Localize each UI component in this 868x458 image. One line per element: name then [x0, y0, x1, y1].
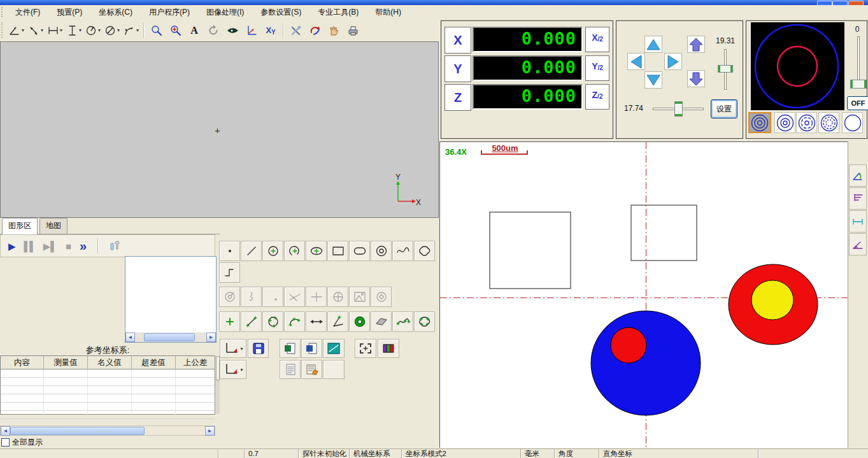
dropdown-caret[interactable]: ▾ [79, 27, 82, 33]
text-tool-button[interactable]: A [185, 22, 204, 39]
angle-tool-button[interactable] [327, 311, 348, 332]
column-header-content[interactable]: 内容 [1, 356, 44, 369]
tab-map[interactable]: 地图 [39, 218, 68, 234]
light-mode-concentric[interactable] [774, 112, 795, 133]
coord-level-button[interactable]: L ▾ [220, 360, 246, 379]
table-row[interactable] [1, 403, 215, 411]
refresh-button[interactable] [204, 22, 223, 39]
export-excel-button[interactable]: X [280, 339, 301, 358]
vertical-extent-button[interactable]: ▾ [64, 22, 83, 39]
coord-origin-button[interactable]: O ▾ [220, 339, 246, 358]
move-arrows-button[interactable]: ▾ [26, 22, 45, 39]
menu-coordinate[interactable]: 坐标系(C) [90, 6, 141, 19]
light-mode-segments[interactable] [796, 112, 817, 133]
jog-down-button[interactable] [644, 71, 662, 89]
report-button[interactable] [301, 360, 322, 379]
parallel-lines-button[interactable] [849, 187, 867, 210]
arc-measure-button[interactable]: ▾ [122, 22, 141, 39]
slot-tool-button[interactable] [349, 241, 370, 261]
dropdown-caret[interactable]: ▾ [98, 27, 101, 33]
menu-parameter-settings[interactable]: 参数设置(S) [252, 6, 309, 19]
dropdown-caret[interactable]: ▾ [136, 27, 139, 33]
xy-readout-button[interactable]: XY [261, 22, 280, 39]
curve8-tool-button[interactable] [241, 287, 262, 307]
program-list-box[interactable]: ◄ ► [125, 256, 217, 343]
z-down-button[interactable] [687, 70, 705, 87]
angle-jump-button[interactable] [849, 164, 867, 187]
arc-tool-button[interactable] [284, 241, 305, 261]
contour-tool-button[interactable] [414, 241, 435, 261]
dro-y-half-button[interactable]: Y/2 [585, 55, 609, 81]
coarse-slider-handle[interactable] [674, 101, 683, 117]
scroll-thumb[interactable] [144, 333, 195, 341]
column-header-measured[interactable]: 测量值 [44, 356, 88, 369]
menu-help[interactable]: 帮助(H) [367, 6, 409, 19]
donut-tool-button[interactable] [349, 311, 370, 332]
construct-line-button[interactable] [241, 311, 262, 332]
tab-graphics-area[interactable]: 图形区 [2, 218, 38, 234]
table-row[interactable] [1, 369, 215, 378]
circle-diameter-button[interactable]: ▾ [103, 22, 122, 39]
table-row[interactable] [1, 394, 215, 403]
export-cad-button[interactable]: A [323, 339, 345, 358]
magnifier-button[interactable] [146, 22, 166, 39]
notepad-button[interactable] [280, 360, 301, 379]
eye-button[interactable] [223, 22, 242, 39]
scroll-thumb[interactable] [10, 427, 145, 435]
menu-image-processing[interactable]: 图像处理(I) [198, 6, 252, 19]
jog-left-button[interactable] [627, 53, 645, 70]
fine-slider-handle[interactable] [718, 65, 733, 73]
width-measure-button[interactable] [849, 210, 867, 233]
ring-tool-button[interactable] [371, 241, 392, 261]
menu-user-program[interactable]: 用户程序(P) [141, 6, 198, 19]
light-slider-handle[interactable] [850, 80, 867, 89]
scroll-left-arrow[interactable]: ◄ [1, 426, 10, 436]
print-button[interactable] [343, 22, 362, 39]
m-point-tool-button[interactable]: M [262, 287, 283, 307]
run-settings-icon[interactable] [109, 241, 120, 251]
crosshair-tool-button[interactable] [306, 287, 327, 307]
dropdown-caret[interactable]: ▾ [240, 346, 243, 352]
horizontal-extent-button[interactable]: ▾ [45, 22, 64, 39]
fast-forward-button[interactable]: » [80, 241, 87, 251]
step-button[interactable]: ▶▌ [43, 241, 57, 251]
circle-cross-tool-button[interactable] [327, 287, 348, 307]
angle-measure2-button[interactable] [849, 233, 867, 255]
play-button[interactable]: ▶ [8, 241, 16, 251]
line-tool-button[interactable] [241, 241, 262, 261]
menu-pro-tools[interactable]: 专业工具(B) [309, 6, 367, 19]
probe-button[interactable] [305, 22, 324, 39]
curve-tool-button[interactable] [392, 241, 413, 261]
column-header-nominal[interactable]: 名义值 [88, 356, 132, 369]
light-off-button[interactable]: OFF [847, 96, 868, 110]
light-mode-plain[interactable] [842, 112, 863, 133]
dro-z-half-button[interactable]: Z/2 [585, 84, 609, 110]
tools-button[interactable] [286, 22, 305, 39]
column-header-deviation[interactable]: 超差值 [132, 356, 176, 369]
column-header-upper-tol[interactable]: 上公差 [176, 356, 215, 369]
light-mode-concentric-selected[interactable] [748, 112, 771, 133]
dro-y-label-button[interactable]: Y [445, 55, 471, 82]
angle-measure-button[interactable]: ▾ [7, 22, 26, 39]
z-up-button[interactable] [687, 36, 705, 53]
dro-x-label-button[interactable]: X [445, 27, 471, 54]
table-row[interactable] [1, 378, 215, 386]
circle-tool-button[interactable] [262, 241, 283, 261]
dropdown-caret[interactable]: ▾ [41, 27, 43, 33]
image-tool-button[interactable] [349, 287, 370, 307]
dro-x-half-button[interactable]: X/2 [585, 27, 609, 52]
hand-pan-button[interactable] [324, 22, 343, 39]
settings-button[interactable]: 设置 [711, 99, 737, 118]
live-view-area[interactable]: 36.4X 500um [439, 141, 848, 448]
construct-circle-button[interactable] [262, 311, 283, 332]
stop-button[interactable]: ■ [66, 241, 71, 251]
scroll-right-arrow[interactable]: ► [206, 333, 216, 342]
jog-up-button[interactable] [644, 36, 662, 53]
goto-axis-button[interactable] [242, 22, 261, 39]
dropdown-caret[interactable]: ▾ [60, 27, 62, 33]
dropdown-caret[interactable]: ▾ [117, 27, 120, 33]
plane-tool-button[interactable] [371, 311, 392, 332]
target-tool-button[interactable] [371, 287, 392, 307]
dropdown-caret[interactable]: ▾ [240, 367, 243, 373]
menu-file[interactable]: 文件(F) [7, 6, 48, 19]
